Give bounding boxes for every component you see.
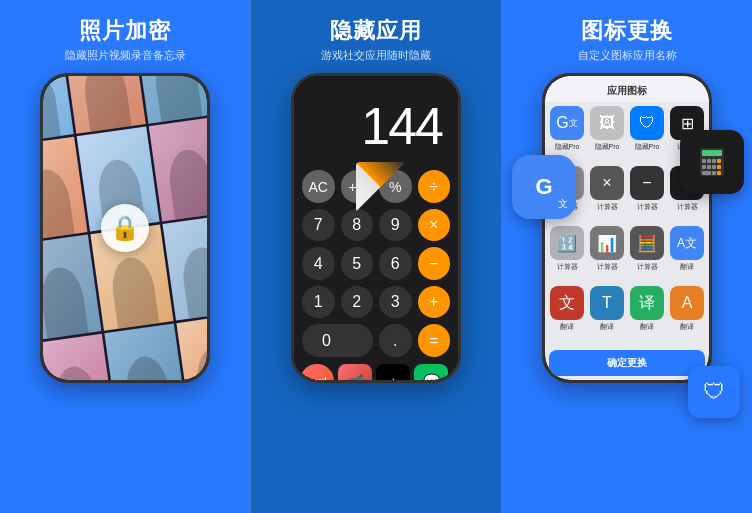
icon-grid-item: T 翻译: [589, 286, 625, 342]
svg-rect-11: [712, 171, 716, 175]
calc-buttons: AC +/- % ÷ 7 8 9 × 4 5 6 − 1 2 3: [294, 164, 458, 361]
icon-label: 计算器: [597, 262, 618, 272]
icon-grid-item: 🛡 隐藏Pro: [629, 106, 665, 162]
icon-box-photo[interactable]: 🖼: [590, 106, 624, 140]
panel1-subtitle: 隐藏照片视频录音备忘录: [65, 48, 186, 63]
svg-rect-10: [702, 171, 711, 175]
icon-grid-item: G文 隐藏Pro: [549, 106, 585, 162]
icon-grid-item: − 计算器: [629, 166, 665, 222]
calc-btn-1[interactable]: 1: [302, 286, 335, 319]
calc-btn-ac[interactable]: AC: [302, 170, 335, 203]
calc-btn-2[interactable]: 2: [341, 286, 374, 319]
photo-cell: [134, 76, 207, 123]
calc-btn-9[interactable]: 9: [379, 209, 412, 242]
calc-btn-equals[interactable]: =: [418, 324, 451, 357]
icon-label: 隐藏Pro: [595, 142, 620, 152]
icon-box-translate3[interactable]: 文: [550, 286, 584, 320]
panel-hide-app: 隐藏应用 游戏社交应用随时隐藏 144 AC +/- % ÷ 7 8 9 × 4…: [250, 0, 502, 513]
svg-rect-5: [717, 159, 721, 163]
icon-grid-item: × 计算器: [589, 166, 625, 222]
app-icon-video: 📹: [338, 364, 372, 381]
calc-btn-4[interactable]: 4: [302, 247, 335, 280]
icon-box-translate2[interactable]: A文: [670, 226, 704, 260]
floating-shield-icon: 🛡: [688, 366, 740, 418]
icon-box-translate4[interactable]: T: [590, 286, 624, 320]
icon-label: 计算器: [557, 262, 578, 272]
icon-box-calc8[interactable]: 🧮: [630, 226, 664, 260]
icon-grid-item: 📊 计算器: [589, 226, 625, 282]
panel2-subtitle: 游戏社交应用随时隐藏: [321, 48, 431, 63]
icon-grid-item: A文 翻译: [669, 226, 705, 282]
svg-rect-3: [707, 159, 711, 163]
icon-grid-item: 🖼 隐藏Pro: [589, 106, 625, 162]
panel3-subtitle: 自定义图标应用名称: [578, 48, 677, 63]
icon-label: 翻译: [640, 322, 654, 332]
icon-box-calc4[interactable]: −: [630, 166, 664, 200]
calc-btn-minus[interactable]: −: [418, 247, 451, 280]
confirm-button[interactable]: 确定更换: [549, 350, 705, 376]
calc-display: 144: [294, 76, 458, 164]
calc-btn-plus[interactable]: +: [418, 286, 451, 319]
icon-grid-item: 文 翻译: [549, 286, 585, 342]
app-icon-tiktok: ♪: [376, 364, 410, 381]
icon-box-calc7[interactable]: 📊: [590, 226, 624, 260]
panel1-title: 照片加密: [79, 18, 171, 44]
icon-screen-header: 应用图标: [545, 76, 709, 102]
calc-btn-7[interactable]: 7: [302, 209, 335, 242]
icon-box-translate6[interactable]: A: [670, 286, 704, 320]
svg-rect-8: [712, 165, 716, 169]
photo-cell: [63, 76, 145, 133]
calc-btn-3[interactable]: 3: [379, 286, 412, 319]
panel3-title: 图标更换: [581, 18, 673, 44]
phone-mockup-1: 🔒: [40, 73, 210, 383]
svg-rect-12: [717, 171, 721, 175]
calc-btn-6[interactable]: 6: [379, 247, 412, 280]
icon-grid-item: 🧮 计算器: [629, 226, 665, 282]
panel-photo-encrypt: 照片加密 隐藏照片视频录音备忘录 🔒: [0, 0, 250, 513]
svg-rect-4: [712, 159, 716, 163]
icon-box-translate1[interactable]: G文: [550, 106, 584, 140]
panel2-title: 隐藏应用: [330, 18, 422, 44]
icon-box-calc6[interactable]: 🔢: [550, 226, 584, 260]
icon-label: 计算器: [677, 202, 698, 212]
icon-grid-item: A 翻译: [669, 286, 705, 342]
phone-screen-2: 144 AC +/- % ÷ 7 8 9 × 4 5 6 −: [294, 76, 458, 380]
phone-mockup-3: 应用图标 G文 隐藏Pro 🖼 隐藏Pro 🛡 隐藏Pro: [542, 73, 712, 383]
lock-overlay: 🔒: [101, 204, 149, 252]
svg-rect-1: [702, 150, 722, 156]
calc-btn-multiply[interactable]: ×: [418, 209, 451, 242]
phone-screen-3: 应用图标 G文 隐藏Pro 🖼 隐藏Pro 🛡 隐藏Pro: [545, 76, 709, 380]
phone-screen-1: 🔒: [43, 76, 207, 380]
floating-calc-icon: [680, 130, 744, 194]
calc-btn-5[interactable]: 5: [341, 247, 374, 280]
icon-label: 计算器: [637, 202, 658, 212]
svg-rect-2: [702, 159, 706, 163]
calc-btn-dot[interactable]: .: [379, 324, 412, 357]
calc-btn-divide[interactable]: ÷: [418, 170, 451, 203]
lock-icon: 🔒: [110, 214, 140, 242]
svg-rect-6: [702, 165, 706, 169]
icon-label: 翻译: [560, 322, 574, 332]
photo-cell: [176, 313, 207, 380]
app-icon-wechat: 💬: [414, 364, 448, 381]
hidden-app-icons: Soul 📹 ♪ 💬 👾 ⚡ 🎮 ⚔️: [294, 361, 458, 381]
icon-box-shield[interactable]: 🛡: [630, 106, 664, 140]
app-icon-soul: Soul: [300, 364, 334, 381]
calc-number: 144: [310, 96, 442, 156]
icon-label: 隐藏Pro: [555, 142, 580, 152]
photo-cell: [105, 323, 187, 380]
calc-btn-zero[interactable]: 0: [302, 324, 373, 357]
calculator-screen: 144 AC +/- % ÷ 7 8 9 × 4 5 6 −: [294, 76, 458, 380]
icon-grid-item: 🔢 计算器: [549, 226, 585, 282]
icon-box-calc3[interactable]: ×: [590, 166, 624, 200]
icon-selection-screen: 应用图标 G文 隐藏Pro 🖼 隐藏Pro 🛡 隐藏Pro: [545, 76, 709, 380]
calc-btn-8[interactable]: 8: [341, 209, 374, 242]
icon-label: 计算器: [637, 262, 658, 272]
icon-box-translate5[interactable]: 译: [630, 286, 664, 320]
svg-rect-7: [707, 165, 711, 169]
svg-rect-9: [717, 165, 721, 169]
icon-grid-item: 译 翻译: [629, 286, 665, 342]
icon-label: 计算器: [597, 202, 618, 212]
icon-label: 翻译: [680, 262, 694, 272]
floating-translate-icon: G 文: [512, 155, 576, 219]
